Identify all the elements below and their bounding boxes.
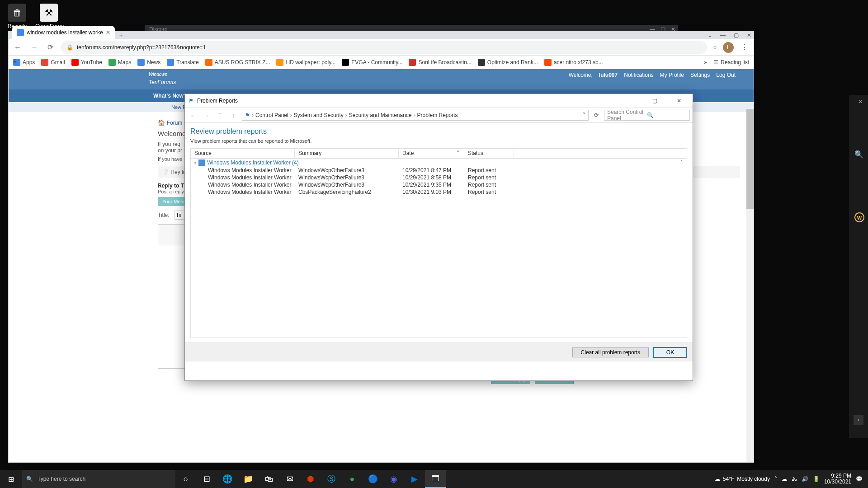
list-item[interactable]: Windows Modules Installer WorkerWindowsW… <box>191 181 687 188</box>
minimize-icon[interactable]: — <box>720 32 726 38</box>
profile-link[interactable]: My Profile <box>660 72 684 78</box>
bookmark-evga[interactable]: EVGA - Community... <box>342 59 402 66</box>
chevron-down-icon[interactable]: ˅ <box>583 112 585 118</box>
forward-button[interactable]: → <box>201 112 212 119</box>
group-header[interactable]: ▫ Windows Modules Installer Worker (4) ˄ <box>191 159 687 167</box>
bookmark-maps[interactable]: Maps <box>108 59 131 66</box>
battery-icon[interactable]: 🔋 <box>813 476 820 482</box>
forum-logo[interactable]: WindowsTenForums <box>149 72 176 86</box>
onedrive-icon[interactable]: ☁ <box>782 476 787 482</box>
menu-button[interactable]: ⋮ <box>739 43 750 52</box>
url-bar[interactable]: 🔒 tenforums.com/newreply.php?p=2321763&n… <box>61 41 707 54</box>
minimize-button[interactable]: — <box>621 94 641 107</box>
weather-widget[interactable]: ☁54°FMostly cloudy <box>715 476 770 482</box>
taskbar-search[interactable]: 🔍Type here to search <box>22 470 175 488</box>
bookmark-news[interactable]: News <box>137 59 160 66</box>
settings-link[interactable]: Settings <box>690 72 710 78</box>
list-item[interactable]: Windows Modules Installer WorkerWindowsW… <box>191 174 687 181</box>
list-item[interactable]: Windows Modules Installer WorkerWindowsW… <box>191 167 687 174</box>
collapse-icon[interactable]: ˄ <box>680 160 683 166</box>
taskbar-discord[interactable]: ◉ <box>383 470 404 488</box>
bookmark-wallpaper[interactable]: HD wallpaper: poly... <box>276 59 335 66</box>
bookmark-sonlife[interactable]: SonLife Broadcastin... <box>409 59 471 66</box>
taskbar-chrome[interactable]: 🔵 <box>363 470 383 488</box>
history-dropdown[interactable]: ˅ <box>215 112 226 119</box>
crumb-security-maintenance[interactable]: Security and Maintenance <box>349 112 412 118</box>
scrollbar-thumb[interactable] <box>746 109 754 209</box>
bookmark-youtube[interactable]: YouTube <box>71 59 102 66</box>
refresh-button[interactable]: ⟳ <box>591 112 601 118</box>
close-icon[interactable]: ✕ <box>858 99 863 105</box>
clear-reports-button[interactable]: Clear all problem reports <box>572 347 649 357</box>
close-icon[interactable]: ✕ <box>747 32 751 38</box>
close-button[interactable]: ✕ <box>669 94 689 107</box>
bookmark-label: SonLife Broadcastin... <box>418 59 471 66</box>
col-summary[interactable]: Summary <box>295 149 399 158</box>
start-button[interactable]: ⊞ <box>0 470 22 488</box>
crumb-control-panel[interactable]: Control Panel <box>255 112 288 118</box>
ok-button[interactable]: OK <box>653 347 687 358</box>
taskbar-control-panel[interactable]: 🗔 <box>425 470 446 488</box>
tab-close-icon[interactable]: ✕ <box>106 29 110 36</box>
profile-avatar[interactable]: L <box>723 42 734 53</box>
search-icon: 🔍 <box>26 476 33 482</box>
tray-overflow-icon[interactable]: ˄ <box>774 476 777 482</box>
back-button[interactable]: ← <box>12 43 23 52</box>
logo-sup: Windows <box>149 72 176 77</box>
back-button[interactable]: ← <box>188 112 198 119</box>
taskbar-app[interactable]: ▶ <box>404 470 425 488</box>
username-link[interactable]: lulu007 <box>599 72 618 78</box>
cell-source: Windows Modules Installer Worker <box>208 189 298 195</box>
maximize-button[interactable]: ▢ <box>645 94 665 107</box>
maximize-icon[interactable]: ▢ <box>734 32 739 38</box>
page-scrollbar[interactable] <box>746 108 754 462</box>
bookmark-translate[interactable]: Translate <box>167 59 199 66</box>
notifications-link[interactable]: Notifications <box>624 72 653 78</box>
col-status[interactable]: Status <box>464 149 514 158</box>
network-icon[interactable]: 🖧 <box>792 476 797 482</box>
logout-link[interactable]: Log Out <box>716 72 736 78</box>
taskbar-office[interactable]: ⬢ <box>300 470 321 488</box>
reading-list-button[interactable]: ☰Reading list <box>713 59 749 66</box>
crumb-system-security[interactable]: System and Security <box>294 112 344 118</box>
whats-new-link[interactable]: What's New? <box>153 93 187 99</box>
search-icon[interactable]: 🔍 <box>854 150 863 159</box>
bookmark-star-icon[interactable]: ☆ <box>712 44 717 51</box>
wow-icon[interactable]: W <box>854 212 864 222</box>
taskbar-spotify[interactable]: ● <box>342 470 363 488</box>
taskbar-edge[interactable]: 🌐 <box>217 470 238 488</box>
browser-tab[interactable]: window modules installer worke ✕ <box>12 26 115 39</box>
col-date[interactable]: Date <box>399 149 464 158</box>
bookmark-apps[interactable]: ⠿Apps <box>13 59 35 66</box>
taskbar-store[interactable]: 🛍 <box>259 470 279 488</box>
new-tab-button[interactable]: + <box>115 31 127 39</box>
cell-source: Windows Modules Installer Worker <box>208 167 298 174</box>
reload-button[interactable]: ⟳ <box>45 43 56 52</box>
cell-summary: WindowsWcpOtherFailure3 <box>298 182 402 188</box>
chrome-chevron-icon[interactable]: ⌄ <box>708 32 712 38</box>
forward-button[interactable]: → <box>28 43 39 52</box>
crumb-problem-reports[interactable]: Problem Reports <box>417 112 458 118</box>
bookmark-gmail[interactable]: Gmail <box>41 59 65 66</box>
expand-icon[interactable]: ▫ <box>194 160 196 166</box>
clock[interactable]: 9:29 PM10/30/2021 <box>824 473 851 485</box>
window-titlebar[interactable]: ⚑ Problem Reports — ▢ ✕ <box>185 94 693 108</box>
bookmarks-overflow-icon[interactable]: » <box>704 59 708 66</box>
bookmark-optimize[interactable]: Optimize and Rank... <box>478 59 538 66</box>
bookmark-asus[interactable]: ASUS ROG STRIX Z... <box>205 59 270 66</box>
bookmark-acer[interactable]: acer nitro xf273 sb... <box>544 59 603 66</box>
task-view-button[interactable]: ⊟ <box>196 470 217 488</box>
up-button[interactable]: ↑ <box>228 112 239 119</box>
taskbar-mail[interactable]: ✉ <box>279 470 300 488</box>
notifications-icon[interactable]: 💬 <box>856 476 863 482</box>
taskbar-explorer[interactable]: 📁 <box>238 470 259 488</box>
expand-arrow-icon[interactable]: › <box>854 415 863 425</box>
breadcrumb-bar[interactable]: ⚑› Control Panel› System and Security› S… <box>242 110 589 121</box>
col-source[interactable]: Source <box>191 149 295 158</box>
volume-icon[interactable]: 🔊 <box>802 476 808 482</box>
bookmark-label: Gmail <box>51 59 65 66</box>
search-input[interactable]: Search Control Panel🔍 <box>604 110 690 121</box>
cortana-button[interactable]: ○ <box>175 470 196 488</box>
list-item[interactable]: Windows Modules Installer WorkerCbsPacka… <box>191 188 687 196</box>
taskbar-skype[interactable]: Ⓢ <box>321 470 342 488</box>
